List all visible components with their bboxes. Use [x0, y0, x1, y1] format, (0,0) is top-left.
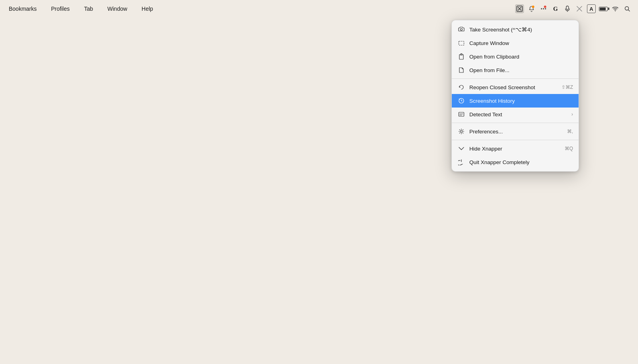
power-icon	[457, 158, 465, 166]
separator-1	[452, 78, 579, 79]
battery-icon	[599, 4, 608, 13]
svg-point-21	[461, 131, 463, 133]
gear-icon	[457, 127, 465, 135]
svg-rect-6	[566, 6, 569, 10]
screenshot-history-label: Screenshot History	[469, 98, 573, 104]
separator-3	[452, 140, 579, 140]
svg-point-1	[532, 6, 534, 8]
svg-point-4	[545, 8, 546, 10]
menu-item-detected-text[interactable]: Detected Text ›	[452, 108, 579, 121]
svg-point-2	[543, 8, 544, 10]
search-icon[interactable]	[623, 4, 632, 13]
svg-rect-18	[459, 112, 464, 116]
quit-xnapper-label: Quit Xnapper Completely	[469, 159, 573, 165]
menu-item-preferences[interactable]: Preferences... ⌘,	[452, 125, 579, 138]
file-icon	[457, 66, 465, 74]
xnapper-status-icon[interactable]	[515, 4, 524, 13]
menubar-left: Bookmarks Profiles Tab Window Help	[6, 4, 156, 14]
hide-xnapper-shortcut: ⌘Q	[565, 146, 573, 151]
reopen-icon	[457, 83, 465, 91]
menubar-item-help[interactable]: Help	[139, 4, 156, 14]
menu-item-open-file[interactable]: Open from File...	[452, 63, 579, 77]
capture-icon	[457, 39, 465, 47]
hide-xnapper-label: Hide Xnapper	[469, 146, 565, 152]
font-icon[interactable]: A	[587, 4, 596, 13]
menubar-right: G A	[515, 4, 632, 13]
svg-point-10	[615, 11, 616, 12]
menubar-item-window[interactable]: Window	[105, 4, 130, 14]
menu-item-hide-xnapper[interactable]: Hide Xnapper ⌘Q	[452, 142, 579, 155]
open-file-label: Open from File...	[469, 67, 573, 73]
menubar: Bookmarks Profiles Tab Window Help	[0, 0, 638, 18]
reopen-closed-shortcut: ⇧⌘Z	[561, 84, 573, 90]
preferences-shortcut: ⌘,	[567, 129, 573, 134]
svg-line-12	[628, 10, 630, 12]
reopen-closed-label: Reopen Closed Screenshot	[469, 84, 561, 90]
menu-item-screenshot-history[interactable]: Screenshot History	[452, 94, 579, 108]
menu-item-quit-xnapper[interactable]: Quit Xnapper Completely	[452, 155, 579, 169]
dropdown-menu: Take Screenshot (^⌥⌘4) Capture Window Op…	[451, 20, 579, 172]
menubar-item-tab[interactable]: Tab	[82, 4, 96, 14]
camera-icon	[457, 25, 465, 33]
menu-item-take-screenshot[interactable]: Take Screenshot (^⌥⌘4)	[452, 23, 579, 36]
open-clipboard-label: Open from Clipboard	[469, 54, 573, 60]
svg-point-3	[541, 8, 542, 10]
detected-text-icon	[457, 110, 465, 118]
wifi-icon[interactable]	[611, 4, 620, 13]
dots-icon[interactable]	[539, 4, 548, 13]
grammarly-icon[interactable]: G	[551, 4, 560, 13]
notification-icon[interactable]	[527, 4, 536, 13]
capture-window-label: Capture Window	[469, 40, 573, 46]
detected-text-label: Detected Text	[469, 112, 569, 117]
svg-rect-14	[459, 41, 464, 45]
preferences-label: Preferences...	[469, 129, 567, 135]
chevron-right-icon: ›	[571, 112, 573, 117]
microphone-icon[interactable]	[563, 4, 572, 13]
svg-point-13	[461, 29, 463, 31]
clipboard-icon	[457, 53, 465, 61]
menubar-item-profiles[interactable]: Profiles	[49, 4, 72, 14]
separator-2	[452, 123, 579, 123]
menu-item-open-clipboard[interactable]: Open from Clipboard	[452, 50, 579, 63]
menubar-item-bookmarks[interactable]: Bookmarks	[6, 4, 39, 14]
menu-item-reopen-closed[interactable]: Reopen Closed Screenshot ⇧⌘Z	[452, 80, 579, 94]
svg-rect-16	[460, 55, 463, 55]
take-screenshot-label: Take Screenshot (^⌥⌘4)	[469, 26, 573, 33]
hide-icon	[457, 145, 465, 153]
history-icon	[457, 97, 465, 105]
svg-point-5	[544, 6, 546, 8]
needle-icon[interactable]	[575, 4, 584, 13]
menu-item-capture-window[interactable]: Capture Window	[452, 36, 579, 50]
